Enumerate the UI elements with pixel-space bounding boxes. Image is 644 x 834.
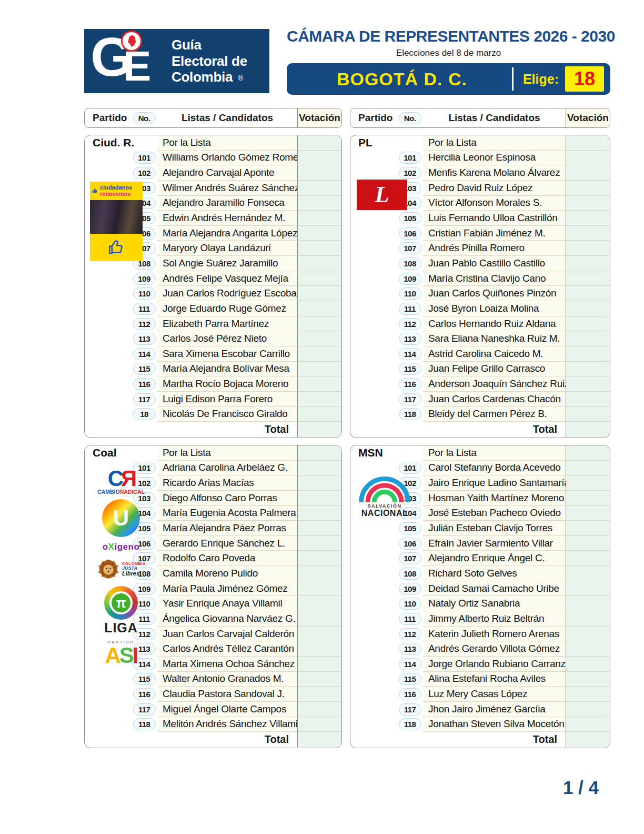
votacion-cell [297, 672, 341, 687]
candidate-name: Pedro David Ruiz López [423, 181, 566, 196]
party-strip-cell [350, 151, 397, 166]
candidate-name: Carol Stefanny Borda Acevedo [423, 461, 566, 476]
candidate-name: Juan Felipe Grillo Carrasco [423, 362, 566, 377]
votacion-cell [297, 521, 341, 536]
votacion-cell [566, 407, 610, 422]
logo-line-1: Guía [172, 37, 247, 53]
candidate-name: Edwin Andrés Hernández M. [157, 211, 297, 226]
monogram-e: E [123, 45, 151, 87]
candidate-name: Alejandro Carvajal Aponte [157, 165, 297, 181]
votacion-cell [297, 445, 341, 461]
total-row: Total [350, 422, 610, 437]
candidate-number-pill: 101 [133, 152, 156, 164]
candidate-row: 105Edwin Andrés Hernández M. [85, 211, 341, 226]
candidate-row: 111José Byron Loaiza Molina [350, 301, 610, 316]
candidate-row: 103Hosman Yaith Martínez Moreno [350, 491, 610, 506]
number-cell: 103 [131, 181, 157, 196]
candidate-row: 115María Alejandra Bolívar Mesa [85, 362, 341, 377]
number-cell: 110 [397, 596, 423, 611]
number-cell: 115 [131, 672, 157, 687]
candidate-number-pill: 117 [133, 393, 156, 405]
votacion-cell [566, 461, 610, 476]
candidate-name: María Cristina Clavijo Cano [423, 271, 566, 286]
party-strip-cell [350, 241, 397, 256]
number-cell: 104 [397, 196, 423, 211]
party-strip-cell [85, 717, 131, 732]
candidate-name: Walter Antonio Granados M. [157, 672, 297, 687]
votacion-cell [566, 151, 610, 166]
candidate-row: 107Alejandro Enrique Ángel C. [350, 551, 610, 566]
party-strip-cell [85, 151, 131, 166]
votacion-cell [566, 732, 610, 747]
party-strip-cell [350, 521, 397, 536]
votacion-cell [297, 717, 341, 732]
votacion-cell [566, 475, 610, 491]
party-strip-cell [85, 407, 131, 422]
votacion-cell [566, 392, 610, 407]
banner-divider [512, 67, 514, 91]
candidate-name: Nataly Ortiz Sanabria [423, 596, 566, 611]
party-strip-cell [350, 641, 397, 657]
number-cell: 117 [131, 392, 157, 407]
number-cell: 108 [397, 566, 423, 581]
party-strip-cell [350, 627, 397, 642]
candidate-name: Andrés Felipe Vasquez Mejía [157, 271, 297, 286]
list-header-row: MSNPor la Lista [350, 445, 610, 461]
candidate-name: Melitón Andrés Sánchez Villamil [157, 717, 297, 732]
candidate-row: 116Claudia Pastora Sandoval J. [85, 687, 341, 702]
party-strip-cell [350, 657, 397, 672]
party-strip-cell [350, 226, 397, 241]
votacion-cell [297, 376, 341, 392]
votacion-cell [297, 627, 341, 642]
party-strip-cell [350, 301, 397, 316]
candidate-row: 115Juan Felipe Grillo Carrasco [350, 362, 610, 377]
candidate-number-pill: 104 [399, 507, 421, 519]
candidate-name: Hosman Yaith Martínez Moreno [423, 491, 566, 506]
guia-electoral-logo: G E Guía Electoral de Colombia® [84, 29, 269, 93]
candidate-name: José Byron Loaiza Molina [423, 301, 566, 316]
candidate-number-pill: 113 [399, 643, 421, 655]
number-cell: 102 [131, 475, 157, 491]
party-code: MSN [350, 445, 423, 461]
candidate-row: 116Martha Rocío Bojaca Moreno [85, 376, 341, 392]
candidate-name: Anderson Joaquín Sánchez Ruiz [423, 376, 566, 392]
candidate-row: 117Luigi Edison Parra Forero [85, 392, 341, 407]
total-label: Total [157, 732, 297, 747]
candidate-number-pill: 113 [133, 333, 156, 345]
column-header-no: No. [397, 108, 423, 127]
candidate-row: 101Hercilia Leonor Espinosa [350, 151, 610, 166]
candidate-number-pill: 113 [133, 643, 156, 655]
candidate-row: 116Luz Mery Casas López [350, 687, 610, 702]
candidate-name: Camila Moreno Pulido [157, 566, 297, 581]
candidate-number-pill: 102 [133, 477, 156, 489]
party-strip-cell [350, 596, 397, 611]
number-cell: 114 [131, 657, 157, 672]
votacion-cell [566, 536, 610, 551]
number-cell: 111 [397, 611, 423, 627]
votacion-cell [297, 566, 341, 581]
candidate-row: 108Camila Moreno Pulido [85, 566, 341, 581]
total-row: Total [85, 422, 341, 437]
number-cell: 105 [397, 521, 423, 536]
candidate-name: Martha Rocío Bojaca Moreno [157, 376, 297, 392]
header: CÁMARA DE REPRESENTANTES 2026 - 2030 Ele… [287, 27, 610, 95]
candidate-name: Carlos Hernando Ruiz Aldana [423, 316, 566, 332]
candidate-row: 111Jimmy Alberto Ruiz Beltrán [350, 611, 610, 627]
number-cell: 116 [397, 687, 423, 702]
votacion-cell [297, 657, 341, 672]
number-cell: 118 [397, 717, 423, 732]
party-strip-cell [85, 286, 131, 301]
votacion-cell [297, 611, 341, 627]
votacion-cell [566, 581, 610, 597]
number-cell: 110 [131, 286, 157, 301]
number-cell: 114 [131, 346, 157, 362]
party-strip-cell [350, 331, 397, 346]
party-strip-cell [350, 566, 397, 581]
candidate-row: 115Alina Estefani Rocha Aviles [350, 672, 610, 687]
candidate-row: 108Sol Angie Suárez Jaramillo [85, 256, 341, 271]
candidate-row: 115Walter Antonio Granados M. [85, 672, 341, 687]
candidate-name: Sara Ximena Escobar Carrillo [157, 346, 297, 362]
party-strip-cell [350, 362, 397, 377]
election-subtitle: Elecciones del 8 de marzo [287, 48, 610, 58]
party-strip-cell [85, 506, 131, 521]
